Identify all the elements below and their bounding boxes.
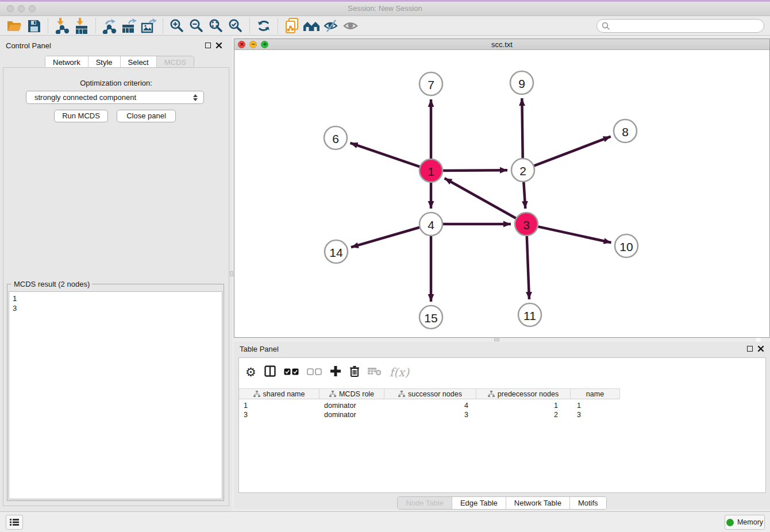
cell-mcds-role[interactable]: dominator: [319, 401, 384, 410]
tab-network[interactable]: Network: [45, 56, 88, 67]
run-mcds-button[interactable]: Run MCDS: [54, 110, 108, 122]
import-table-icon: [74, 18, 89, 34]
float-window-icon[interactable]: [747, 346, 753, 352]
import-network-icon: [55, 18, 70, 34]
add-column-button[interactable]: [330, 365, 341, 379]
open-session-button[interactable]: [5, 17, 24, 34]
delete-column-button[interactable]: [349, 365, 360, 380]
graph-node-label: 4: [428, 218, 434, 232]
search-input[interactable]: [596, 19, 764, 33]
toolbar-separator: [163, 18, 163, 33]
tab-motifs[interactable]: Motifs: [570, 497, 606, 509]
cell-mcds-role[interactable]: dominator: [319, 410, 384, 419]
toolbar-separator: [48, 18, 48, 33]
tab-network-table[interactable]: Network Table: [506, 497, 570, 509]
cell-successor-nodes[interactable]: 3: [384, 410, 476, 419]
import-network-button[interactable]: [52, 17, 72, 34]
panel-splitter-grip[interactable]: [230, 271, 233, 276]
deselect-all-button[interactable]: [307, 367, 322, 377]
float-window-icon[interactable]: [205, 43, 211, 48]
function-builder-button[interactable]: f(x): [390, 365, 409, 379]
zoom-out-button[interactable]: [187, 17, 206, 34]
tab-node-table[interactable]: Node Table: [398, 497, 452, 509]
tab-edge-table[interactable]: Edge Table: [452, 497, 506, 509]
export-image-button[interactable]: [139, 17, 159, 34]
cell-name[interactable]: 3: [571, 410, 620, 419]
cell-shared-name[interactable]: 3: [239, 410, 319, 419]
mcds-result-text[interactable]: 1 3: [9, 291, 222, 499]
app-close-button[interactable]: [7, 5, 14, 12]
refresh-icon: [256, 18, 271, 33]
graph-node-label: 3: [523, 218, 530, 232]
table-settings-button[interactable]: ⚙: [245, 367, 256, 378]
task-history-button[interactable]: [6, 515, 23, 530]
column-header-predecessor-nodes[interactable]: predecessor nodes: [476, 389, 571, 399]
graph-edge-3-10[interactable]: [536, 226, 611, 243]
hide-graphics-details-button[interactable]: [321, 17, 341, 34]
cell-successor-nodes[interactable]: 4: [384, 401, 476, 410]
panel-splitter-grip[interactable]: [494, 338, 499, 341]
cell-shared-name[interactable]: 1: [239, 401, 319, 410]
zoom-fit-button[interactable]: [206, 17, 226, 34]
preferred-layout-button[interactable]: [302, 17, 321, 34]
tab-style[interactable]: Style: [88, 56, 121, 67]
network-canvas[interactable]: 1234678910111415: [234, 51, 769, 337]
graph-edge-1-6[interactable]: [351, 143, 422, 168]
tab-mcds[interactable]: MCDS: [157, 56, 194, 67]
network-graph[interactable]: 1234678910111415: [234, 51, 769, 337]
memory-button[interactable]: Memory: [725, 515, 765, 530]
save-disk-icon: [27, 19, 41, 33]
cell-predecessor-nodes[interactable]: 1: [476, 401, 571, 410]
column-layout-button[interactable]: [264, 365, 276, 379]
toolbar-separator: [278, 18, 278, 33]
table-header-row: shared name MCDS role successor nodes pr…: [239, 388, 620, 399]
save-session-button[interactable]: [24, 17, 44, 34]
optimization-criterion-select[interactable]: strongly connected component: [26, 91, 204, 104]
list-icon: [10, 518, 19, 526]
export-table-icon: [121, 18, 137, 34]
app-minimize-button[interactable]: [18, 5, 25, 12]
show-graphics-details-button[interactable]: [341, 17, 360, 34]
dropdown-stepper-icon: [193, 94, 198, 101]
graph-edge-4-14[interactable]: [351, 227, 422, 248]
app-titlebar: Session: New Session: [0, 2, 770, 16]
export-network-icon: [102, 18, 118, 34]
column-header-name[interactable]: name: [571, 389, 620, 399]
app-title: Session: New Session: [0, 2, 770, 16]
zoom-in-button[interactable]: [167, 17, 187, 34]
cell-name[interactable]: 1: [571, 401, 620, 410]
memory-status-icon: [726, 519, 734, 526]
unchecked-boxes-icon: [307, 368, 322, 375]
graph-node-label: 8: [622, 125, 629, 138]
close-icon[interactable]: [757, 345, 764, 352]
graph-edge-3-1[interactable]: [445, 178, 518, 219]
table-row[interactable]: 1 dominator 4 1 1: [239, 401, 620, 410]
table-row[interactable]: 3 dominator 3 2 3: [239, 410, 620, 419]
graph-edge-1-2[interactable]: [441, 170, 507, 171]
graph-edge-2-9[interactable]: [522, 98, 522, 160]
graph-edge-3-11[interactable]: [527, 234, 529, 299]
refresh-button[interactable]: [254, 17, 274, 34]
app-maximize-button[interactable]: [29, 5, 36, 12]
close-icon[interactable]: [215, 42, 222, 49]
trash-icon: [349, 365, 360, 377]
cell-predecessor-nodes[interactable]: 2: [476, 410, 571, 419]
network-window-titlebar[interactable]: scc.txt: [234, 38, 770, 50]
clone-network-button[interactable]: [282, 17, 302, 34]
zoom-selected-button[interactable]: [226, 17, 245, 34]
select-all-button[interactable]: [284, 367, 299, 377]
column-header-shared-name[interactable]: shared name: [239, 389, 319, 399]
export-table-button[interactable]: [120, 17, 139, 34]
column-header-successor-nodes[interactable]: successor nodes: [384, 389, 476, 399]
column-header-mcds-role[interactable]: MCDS role: [319, 389, 384, 399]
eye-icon: [342, 19, 359, 33]
delete-table-button[interactable]: [368, 367, 382, 378]
graph-edge-2-8[interactable]: [532, 137, 611, 167]
close-panel-button[interactable]: Close panel: [117, 110, 176, 122]
tab-select[interactable]: Select: [121, 56, 157, 67]
graph-edge-2-3[interactable]: [523, 180, 525, 209]
export-network-button[interactable]: [100, 17, 120, 34]
export-image-icon: [141, 18, 157, 34]
clone-network-icon: [284, 17, 299, 34]
import-table-button[interactable]: [72, 17, 91, 34]
